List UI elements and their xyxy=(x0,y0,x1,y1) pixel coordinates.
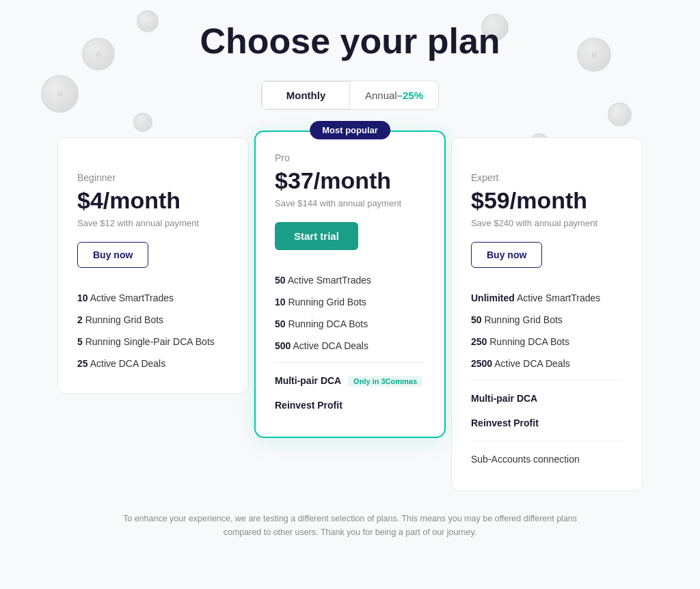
pro-start-trial-button[interactable]: Start trial xyxy=(275,222,358,250)
list-item: 10 Running Grid Bots xyxy=(275,291,425,313)
expert-sub-accounts: Sub-Accounts connection xyxy=(471,447,623,471)
monthly-toggle-btn[interactable]: Monthly xyxy=(262,81,350,109)
plan-price-pro: $37/month xyxy=(275,167,425,194)
feature-divider xyxy=(471,380,623,381)
list-item: 250 Running DCA Bots xyxy=(471,331,623,353)
expert-features-list: Unlimited Active SmartTrades 50 Running … xyxy=(471,287,623,374)
page-title: Choose your plan xyxy=(200,20,500,61)
plan-card-beginner: Beginner $4/month Save $12 with annual p… xyxy=(57,137,249,394)
plans-container: Beginner $4/month Save $12 with annual p… xyxy=(15,137,685,491)
expert-multi-pair-dca: Multi-pair DCA xyxy=(471,386,623,411)
plan-name-pro: Pro xyxy=(275,152,425,163)
pro-reinvest-profit: Reinvest Profit xyxy=(275,393,425,417)
billing-toggle: Monthly Annual–25% xyxy=(261,81,439,110)
expert-buy-button[interactable]: Buy now xyxy=(471,242,542,268)
plan-savings-pro: Save $144 with annual payment xyxy=(275,198,425,208)
list-item: 50 Running DCA Bots xyxy=(275,313,425,335)
plan-name-expert: Expert xyxy=(471,172,623,183)
plan-price-expert: $59/month xyxy=(471,187,623,214)
pro-features-list: 50 Active SmartTrades 10 Running Grid Bo… xyxy=(275,269,425,357)
list-item: 10 Active SmartTrades xyxy=(77,287,229,309)
plan-card-expert: Expert $59/month Save $240 with annual p… xyxy=(451,137,643,491)
expert-reinvest-profit: Reinvest Profit xyxy=(471,411,623,435)
footer-note: To enhance your experience, we are testi… xyxy=(77,491,623,553)
plan-price-beginner: $4/month xyxy=(77,187,229,214)
list-item: 2 Running Grid Bots xyxy=(77,309,229,331)
only-in-3commas-badge: Only in 3Commas xyxy=(348,376,422,387)
annual-toggle-btn[interactable]: Annual–25% xyxy=(350,81,438,109)
plan-name-beginner: Beginner xyxy=(77,172,229,183)
list-item: 5 Running Single-Pair DCA Bots xyxy=(77,331,229,353)
annual-label: Annual xyxy=(365,90,397,101)
feature-divider xyxy=(275,362,425,363)
plan-savings-beginner: Save $12 with annual payment xyxy=(77,218,229,228)
feature-divider xyxy=(471,441,623,441)
list-item: 2500 Active DCA Deals xyxy=(471,353,623,374)
list-item: 500 Active DCA Deals xyxy=(275,335,425,357)
plan-card-pro: Most popular Pro $37/month Save $144 wit… xyxy=(254,131,446,438)
plan-savings-expert: Save $240 with annual payment xyxy=(471,218,623,228)
beginner-buy-button[interactable]: Buy now xyxy=(77,242,148,268)
list-item: 25 Active DCA Deals xyxy=(77,353,229,374)
most-popular-badge: Most popular xyxy=(310,121,390,139)
pro-multi-pair-dca: Multi-pair DCA Only in 3Commas xyxy=(275,368,425,393)
list-item: 50 Active SmartTrades xyxy=(275,269,425,291)
annual-discount-badge: –25% xyxy=(397,90,423,101)
beginner-features-list: 10 Active SmartTrades 2 Running Grid Bot… xyxy=(77,287,229,374)
list-item: Unlimited Active SmartTrades xyxy=(471,287,623,309)
list-item: 50 Running Grid Bots xyxy=(471,309,623,331)
